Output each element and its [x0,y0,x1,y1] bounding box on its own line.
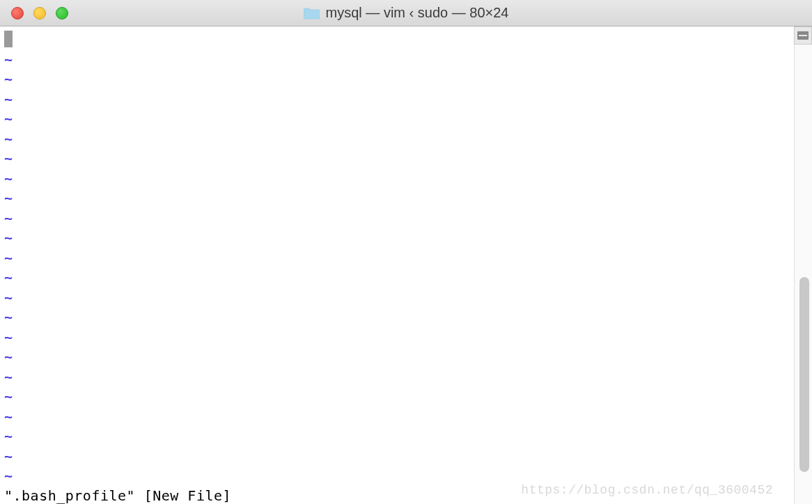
empty-line-marker: ~ [4,267,790,288]
empty-line-marker: ~ [4,228,790,248]
editor-area[interactable]: ~~~~~~~~~~~~~~~~~~~~~~ ".bash_profile" [… [0,26,794,504]
minimize-button[interactable] [33,7,46,19]
window-title-text: mysql — vim ‹ sudo — 80×24 [326,5,509,21]
empty-line-marker: ~ [4,367,790,387]
empty-line-marker: ~ [4,129,790,149]
cursor-line [4,29,790,49]
window-title: mysql — vim ‹ sudo — 80×24 [304,5,509,21]
empty-line-marker: ~ [4,248,790,268]
empty-line-marker: ~ [4,49,790,70]
empty-line-marker: ~ [4,446,790,466]
scroll-thumb[interactable] [799,277,809,472]
scrollbar-track[interactable] [794,26,812,504]
window-titlebar: mysql — vim ‹ sudo — 80×24 [0,0,812,26]
cursor [4,31,13,47]
scroll-corner-icon [794,26,812,45]
empty-lines: ~~~~~~~~~~~~~~~~~~~~~~ [4,49,790,486]
empty-line-marker: ~ [4,347,790,367]
watermark-text: https://blog.csdn.net/qq_3600452 [521,480,773,501]
empty-line-marker: ~ [4,307,790,327]
empty-line-marker: ~ [4,188,790,208]
empty-line-marker: ~ [4,327,790,347]
empty-line-marker: ~ [4,288,790,308]
empty-line-marker: ~ [4,407,790,427]
empty-line-marker: ~ [4,148,790,168]
maximize-button[interactable] [56,7,68,19]
empty-line-marker: ~ [4,109,790,129]
terminal-body: ~~~~~~~~~~~~~~~~~~~~~~ ".bash_profile" [… [0,26,812,504]
empty-line-marker: ~ [4,89,790,109]
traffic-lights [11,7,68,19]
close-button[interactable] [11,7,24,19]
empty-line-marker: ~ [4,69,790,89]
empty-line-marker: ~ [4,426,790,446]
empty-line-marker: ~ [4,386,790,407]
empty-line-marker: ~ [4,168,790,189]
empty-line-marker: ~ [4,208,790,228]
folder-icon [304,7,320,19]
